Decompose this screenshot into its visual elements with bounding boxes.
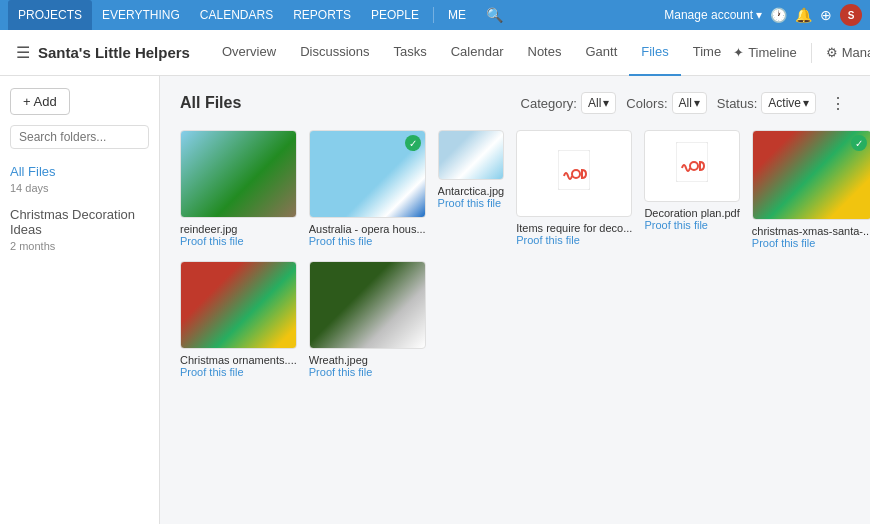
tab-tasks[interactable]: Tasks (382, 30, 439, 76)
tab-discussions[interactable]: Discussions (288, 30, 381, 76)
category-select[interactable]: All ▾ (581, 92, 616, 114)
top-navigation: PROJECTS EVERYTHING CALENDARS REPORTS PE… (0, 0, 870, 30)
file-name: Decoration plan.pdf (644, 207, 739, 219)
nav-item-people[interactable]: PEOPLE (361, 0, 429, 30)
tab-files[interactable]: Files (629, 30, 680, 76)
nav-item-everything[interactable]: EVERYTHING (92, 0, 190, 30)
content-title: All Files (180, 94, 241, 112)
category-label: Category: (521, 96, 577, 111)
file-item[interactable]: Wreath.jpeg Proof this file (309, 261, 426, 378)
proof-link[interactable]: Proof this file (644, 219, 739, 231)
file-thumbnail-pdf (644, 130, 739, 202)
status-filter: Status: Active ▾ (717, 92, 816, 114)
tab-overview[interactable]: Overview (210, 30, 288, 76)
nav-divider (433, 7, 434, 23)
file-item[interactable]: reindeer.jpg Proof this file (180, 130, 297, 249)
add-button[interactable]: + Add (10, 88, 70, 115)
approved-checkmark: ✓ (405, 135, 421, 151)
nav-item-calendars[interactable]: CALENDARS (190, 0, 283, 30)
colors-label: Colors: (626, 96, 667, 111)
nav-item-reports[interactable]: REPORTS (283, 0, 361, 30)
sidebar-section-title[interactable]: Christmas Decoration Ideas (10, 204, 149, 240)
proof-link[interactable]: Proof this file (309, 366, 426, 378)
file-thumbnail (180, 261, 297, 349)
nav-item-projects[interactable]: PROJECTS (8, 0, 92, 30)
search-input[interactable] (10, 125, 149, 149)
manage-button[interactable]: ⚙ Manage ▾ (826, 45, 870, 60)
proof-link[interactable]: Proof this file (752, 237, 870, 249)
manage-account-link[interactable]: Manage account ▾ (664, 8, 762, 22)
file-thumbnail: ✓ (752, 130, 870, 220)
hamburger-menu[interactable]: ☰ (16, 43, 30, 62)
clock-icon[interactable]: 🕐 (770, 7, 787, 23)
tab-notes[interactable]: Notes (516, 30, 574, 76)
chevron-down-icon-col: ▾ (694, 96, 700, 110)
file-item[interactable]: Decoration plan.pdf Proof this file (644, 130, 739, 249)
proof-link[interactable]: Proof this file (516, 234, 632, 246)
file-grid: reindeer.jpg Proof this file ✓ Australia… (180, 130, 850, 378)
status-select[interactable]: Active ▾ (761, 92, 816, 114)
pdf-icon (558, 150, 590, 198)
file-item[interactable]: ✓ Australia - opera hous... Proof this f… (309, 130, 426, 249)
file-name: christmas-xmas-santa-... (752, 225, 870, 237)
tab-calendar[interactable]: Calendar (439, 30, 516, 76)
kebab-menu[interactable]: ⋮ (826, 94, 850, 113)
plus-circle-icon[interactable]: ⊕ (820, 7, 832, 23)
pdf-icon (676, 142, 708, 190)
sidebar: + Add All Files 14 days Christmas Decora… (0, 76, 160, 524)
sub-navigation: ☰ Santa's Little Helpers Overview Discus… (0, 30, 870, 76)
nav-item-me[interactable]: ME (438, 0, 476, 30)
approved-checkmark: ✓ (851, 135, 867, 151)
file-thumbnail (309, 261, 426, 349)
proof-link[interactable]: Proof this file (438, 197, 505, 209)
file-thumbnail-pdf (516, 130, 632, 217)
tab-time[interactable]: Time (681, 30, 733, 76)
file-name: Christmas ornaments.... (180, 354, 297, 366)
proof-link[interactable]: Proof this file (180, 235, 297, 247)
file-thumbnail (180, 130, 297, 218)
top-nav-right: Manage account ▾ 🕐 🔔 ⊕ S (664, 4, 862, 26)
sidebar-section-meta: 2 months (10, 240, 149, 252)
user-avatar[interactable]: S (840, 4, 862, 26)
file-name: Antarctica.jpg (438, 185, 505, 197)
file-thumbnail (438, 130, 505, 180)
sub-nav-right: ✦ Timeline ⚙ Manage ▾ ⊙ Help (733, 43, 870, 63)
content-area: All Files Category: All ▾ Colors: All ▾ (160, 76, 870, 524)
file-thumbnail: ✓ (309, 130, 426, 218)
sidebar-section-christmas: Christmas Decoration Ideas 2 months (10, 204, 149, 252)
file-name: Items require for deco... (516, 222, 632, 234)
sidebar-all-files-meta: 14 days (10, 182, 149, 194)
colors-select[interactable]: All ▾ (672, 92, 707, 114)
file-name: reindeer.jpg (180, 223, 297, 235)
category-filter: Category: All ▾ (521, 92, 617, 114)
top-nav-left: PROJECTS EVERYTHING CALENDARS REPORTS PE… (8, 0, 513, 30)
main-layout: + Add All Files 14 days Christmas Decora… (0, 76, 870, 524)
proof-link[interactable]: Proof this file (180, 366, 297, 378)
search-icon[interactable]: 🔍 (476, 0, 513, 30)
chevron-down-icon-status: ▾ (803, 96, 809, 110)
chevron-down-icon-cat: ▾ (603, 96, 609, 110)
file-item[interactable]: Antarctica.jpg Proof this file (438, 130, 505, 249)
status-label: Status: (717, 96, 757, 111)
timeline-button[interactable]: ✦ Timeline (733, 45, 797, 60)
gear-icon: ⚙ (826, 45, 838, 60)
content-header: All Files Category: All ▾ Colors: All ▾ (180, 92, 850, 114)
chevron-down-icon: ▾ (756, 8, 762, 22)
tab-gantt[interactable]: Gantt (573, 30, 629, 76)
timeline-icon: ✦ (733, 45, 744, 60)
file-item[interactable]: ✓ christmas-xmas-santa-... Proof this fi… (752, 130, 870, 249)
bell-icon[interactable]: 🔔 (795, 7, 812, 23)
filters: Category: All ▾ Colors: All ▾ Status: (521, 92, 850, 114)
sidebar-all-files[interactable]: All Files (10, 161, 149, 182)
file-item[interactable]: Items require for deco... Proof this fil… (516, 130, 632, 249)
colors-filter: Colors: All ▾ (626, 92, 707, 114)
file-name: Wreath.jpeg (309, 354, 426, 366)
top-nav-icons: 🕐 🔔 ⊕ (770, 7, 832, 23)
proof-link[interactable]: Proof this file (309, 235, 426, 247)
sub-nav-tabs: Overview Discussions Tasks Calendar Note… (210, 30, 733, 76)
project-title: Santa's Little Helpers (38, 44, 190, 61)
nav-divider-1 (811, 43, 812, 63)
file-name: Australia - opera hous... (309, 223, 426, 235)
file-item[interactable]: Christmas ornaments.... Proof this file (180, 261, 297, 378)
